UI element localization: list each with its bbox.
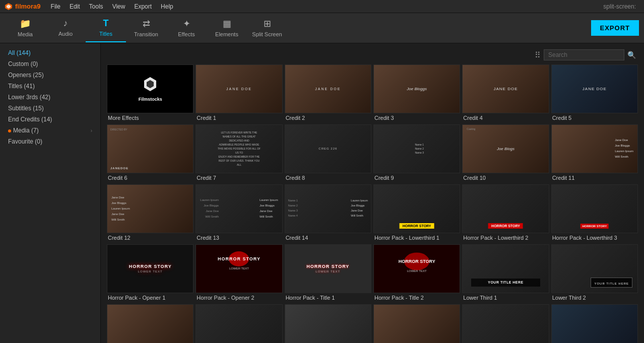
menu-tools[interactable]: Tools xyxy=(85,2,107,11)
sidebar-item-favourite[interactable]: Favourite (0) xyxy=(0,136,100,147)
lower-third-text: YOUR TITLE HERE xyxy=(488,281,524,284)
sidebar-item-media[interactable]: Media (7) › xyxy=(0,125,100,136)
list-item[interactable]: JANE DOE Credit 1 xyxy=(196,64,282,122)
list-item[interactable]: HORROR STORY LOWER TEXT Horror Pack - Ti… xyxy=(285,244,371,302)
toolbar-titles[interactable]: T Titles xyxy=(86,14,126,42)
toolbar-effects-label: Effects xyxy=(178,31,195,37)
thumb-credit3: Joe Bloggs xyxy=(373,64,460,113)
thumb-label: Credit 9 xyxy=(373,173,460,182)
chevron-right-icon: › xyxy=(91,128,92,133)
thumb-label: Horror Pack - Opener 1 xyxy=(107,293,194,302)
list-item[interactable]: Joe Bloggs Credit 3 xyxy=(373,64,460,122)
sidebar-item-endcredits[interactable]: End Credits (14) xyxy=(0,114,100,125)
list-item[interactable] xyxy=(462,304,549,343)
list-item[interactable] xyxy=(373,304,460,343)
sidebar-endcredits-label: End Credits (14) xyxy=(8,116,52,123)
menu-export[interactable]: Export xyxy=(130,2,156,11)
list-item[interactable]: JANEDOE DIRECTED BY Credit 6 xyxy=(107,124,194,182)
list-item[interactable]: Name 1 Name 2 Name 3 Name 4 Lauren Ipsum… xyxy=(285,184,371,242)
export-button[interactable]: EXPORT xyxy=(591,20,639,36)
toolbar-transition-label: Transition xyxy=(134,31,158,37)
grid-view-icon[interactable]: ⠿ xyxy=(535,50,541,60)
list-item[interactable] xyxy=(196,304,282,343)
thumb-label: Horror Pack - Lowerthird 2 xyxy=(462,233,549,242)
list-item[interactable]: Jane Doe Joe Bloggs Lauren Ipsum Jane Do… xyxy=(107,184,194,242)
toolbar-split-screen[interactable]: ⊞ Split Screen xyxy=(247,14,287,42)
menu-file[interactable]: File xyxy=(47,2,65,11)
thumb-label: Credit 6 xyxy=(107,173,194,182)
filmstocks-icon xyxy=(141,76,159,94)
thumb-label: Lower Third 2 xyxy=(551,293,638,302)
toolbar-elements-label: Elements xyxy=(215,31,238,37)
list-item[interactable]: YOUR TITLE HERE Lower Third 1 xyxy=(462,244,549,302)
sidebar-custom-label: Custom (0) xyxy=(8,60,38,67)
list-item[interactable]: Casting Joe Blogs Credit 10 xyxy=(462,124,549,182)
list-item[interactable]: Lauren Ipsum Joe Bloggs Jane Doe Will Sm… xyxy=(196,184,282,242)
list-item[interactable]: CREG 226 Credit 8 xyxy=(285,124,371,182)
menu-help[interactable]: Help xyxy=(157,2,177,11)
list-item[interactable]: HORROR STORY Horror Pack - Lowerthird 1 xyxy=(373,184,460,242)
thumb-credit9: Name 1 Name 2 Name 3 xyxy=(373,124,460,173)
thumb-label: Credit 1 xyxy=(196,113,282,122)
list-item[interactable] xyxy=(285,304,371,343)
list-item[interactable]: JANE DOE Credit 5 xyxy=(551,64,638,122)
main-layout: All (144) Custom (0) Openers (25) Titles… xyxy=(0,43,644,343)
horror-tag-yellow: HORROR STORY xyxy=(400,223,434,229)
effects-icon: ✦ xyxy=(183,18,190,29)
sidebar-favourite-label: Favourite (0) xyxy=(8,138,42,145)
thumb-partial1 xyxy=(107,304,194,343)
thumb-credit14: Name 1 Name 2 Name 3 Name 4 Lauren Ipsum… xyxy=(285,184,371,233)
thumb-credit5: JANE DOE xyxy=(551,64,638,113)
sidebar-item-all[interactable]: All (144) xyxy=(0,47,100,58)
list-item[interactable]: HORROR STORY Horror Pack - Lowerthird 2 xyxy=(462,184,549,242)
search-input[interactable] xyxy=(544,49,624,60)
thumb-label: Horror Pack - Title 1 xyxy=(285,293,371,302)
toolbar-media[interactable]: 📁 Media xyxy=(5,14,45,42)
sidebar-openers-label: Openers (25) xyxy=(8,72,44,79)
toolbar-audio[interactable]: ♪ Audio xyxy=(45,14,86,42)
app-logo-text: filmora9 xyxy=(15,3,41,10)
split-screen-label: split-screen: xyxy=(603,3,640,10)
toolbar-titles-label: Titles xyxy=(99,31,112,37)
thumb-credit8: CREG 226 xyxy=(285,124,371,173)
thumb-label: Credit 5 xyxy=(551,113,638,122)
thumb-credit2: JANE DOE xyxy=(285,64,371,113)
menu-edit[interactable]: Edit xyxy=(66,2,84,11)
list-item[interactable]: Name 1 Name 2 Name 3 Credit 9 xyxy=(373,124,460,182)
thumb-label: Horror Pack - Lowerthird 3 xyxy=(551,233,638,242)
search-button[interactable]: 🔍 xyxy=(627,51,636,59)
list-item[interactable]: JANE DOE Credit 2 xyxy=(285,64,371,122)
list-item[interactable]: Jane Doe Joe Bloggs Lauren Ipsum Will Sm… xyxy=(551,124,638,182)
thumb-label: Horror Pack - Title 2 xyxy=(373,293,460,302)
list-item[interactable]: YOUR TITLE HERE Lower Third 2 xyxy=(551,244,638,302)
sidebar-item-custom[interactable]: Custom (0) xyxy=(0,58,100,70)
sidebar-media-label: Media (7) xyxy=(8,127,39,134)
list-item[interactable]: HORROR STORY LOWER TEXT Horror Pack - Op… xyxy=(107,244,194,302)
list-item[interactable]: Filmstocks More Effects xyxy=(107,64,194,122)
sidebar-item-lower3rds[interactable]: Lower 3rds (42) xyxy=(0,92,100,103)
toolbar-transition[interactable]: ⇄ Transition xyxy=(126,14,166,42)
sidebar-item-subtitles[interactable]: Subtitles (15) xyxy=(0,103,100,114)
thumb-label: Credit 12 xyxy=(107,233,194,242)
thumb-label: Credit 10 xyxy=(462,173,549,182)
sidebar-item-openers[interactable]: Openers (25) xyxy=(0,70,100,81)
menu-bar: filmora9 File Edit Tools View Export Hel… xyxy=(0,0,644,13)
toolbar-elements[interactable]: ▦ Elements xyxy=(207,14,247,42)
titles-icon: T xyxy=(103,18,109,29)
list-item[interactable]: HORROR STORY LOWER TEXT Horror Pack - Ti… xyxy=(373,244,460,302)
lower-third-bar: YOUR TITLE HERE xyxy=(471,279,540,287)
list-item[interactable]: LET US FOREVER WRITE THE NAMES OF ALL TH… xyxy=(196,124,282,182)
list-item[interactable]: HORROR STORY Horror Pack - Lowerthird 3 xyxy=(551,184,638,242)
media-icon: 📁 xyxy=(20,18,31,29)
sidebar-item-titles[interactable]: Titles (41) xyxy=(0,81,100,92)
menu-view[interactable]: View xyxy=(108,2,130,11)
list-item[interactable] xyxy=(107,304,194,343)
thumb-partial5 xyxy=(462,304,549,343)
list-item[interactable]: JANE DOE Credit 4 xyxy=(462,64,549,122)
list-item[interactable]: HORROR STORY LOWER TEXT Horror Pack - Op… xyxy=(196,244,282,302)
thumb-label: More Effects xyxy=(107,113,194,122)
thumb-label: Credit 3 xyxy=(373,113,460,122)
toolbar-effects[interactable]: ✦ Effects xyxy=(166,14,207,42)
thumb-label: Credit 4 xyxy=(462,113,549,122)
list-item[interactable] xyxy=(551,304,638,343)
